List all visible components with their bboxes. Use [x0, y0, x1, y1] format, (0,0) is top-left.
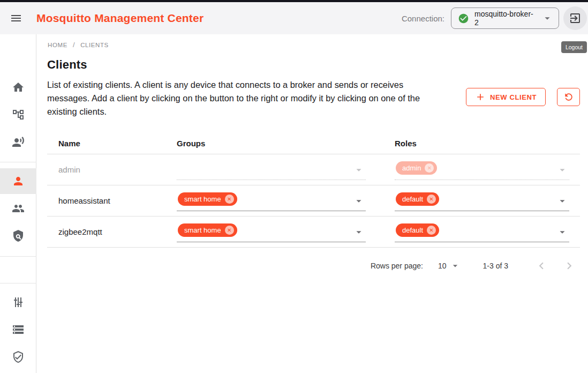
table-pagination: Rows per page: 10 1-3 of 3: [47, 248, 580, 284]
client-row-zigbee2mqtt[interactable]: zigbee2mqttsmart home✕default✕: [47, 217, 580, 248]
connection-label: Connection:: [402, 14, 444, 23]
chevron-left-icon: [534, 259, 548, 273]
remove-chip-icon[interactable]: ✕: [427, 195, 436, 204]
client-groups-cell: smart home✕: [177, 191, 395, 211]
roles-select[interactable]: default✕: [395, 222, 569, 242]
new-client-button[interactable]: NEW CLIENT: [466, 88, 546, 106]
sidebar-item-policy-shield[interactable]: [0, 223, 36, 249]
tag-chip[interactable]: default✕: [396, 223, 439, 237]
sidebar-divider: [0, 162, 36, 162]
refresh-button[interactable]: [557, 88, 580, 106]
policy-shield-icon: [12, 229, 25, 242]
storage-list-icon: [12, 323, 25, 336]
previous-page-button[interactable]: [531, 255, 552, 277]
sidebar-item-person[interactable]: [0, 168, 36, 194]
breadcrumb-separator: /: [73, 41, 75, 49]
pagination-range: 1-3 of 3: [483, 262, 508, 270]
rows-per-page-select[interactable]: 10: [438, 260, 461, 271]
sidebar-item-record-voice-over[interactable]: [0, 129, 36, 155]
client-groups-cell: [177, 160, 395, 180]
topology-icon: [12, 108, 25, 121]
client-roles-cell: default✕: [395, 222, 580, 242]
app-bar: Mosquitto Management Center Connection: …: [0, 2, 588, 34]
sliders-icon: [12, 296, 25, 309]
tag-chip[interactable]: smart home✕: [178, 223, 237, 237]
remove-chip-icon[interactable]: ✕: [225, 226, 234, 235]
breadcrumb: HOME / CLIENTS: [48, 41, 580, 49]
person-icon: [12, 175, 25, 188]
roles-select[interactable]: default✕: [395, 191, 569, 211]
next-page-button[interactable]: [559, 255, 580, 277]
home-icon: [12, 81, 25, 94]
rows-per-page-label: Rows per page:: [371, 262, 423, 270]
sidebar-divider: [0, 256, 36, 257]
client-name: homeassistant: [47, 196, 177, 205]
main-content: HOME / CLIENTS Clients List of existing …: [36, 34, 588, 373]
groups-select[interactable]: smart home✕: [177, 222, 366, 242]
chevron-down-icon: [353, 195, 365, 207]
tag-chip[interactable]: default✕: [396, 192, 439, 206]
client-row-admin[interactable]: adminadmin✕: [47, 154, 580, 185]
client-groups-cell: smart home✕: [177, 222, 395, 242]
plus-icon: [475, 92, 486, 102]
client-name: admin: [47, 165, 177, 174]
breadcrumb-clients: CLIENTS: [80, 42, 109, 48]
chip-label: default: [402, 226, 423, 234]
client-roles-cell: admin✕: [395, 160, 580, 180]
sidebar-item-verified-shield[interactable]: [0, 344, 36, 370]
page-title: Clients: [47, 58, 580, 72]
check-circle-icon: [458, 13, 469, 24]
record-voice-over-icon: [12, 136, 25, 148]
sidebar-item-storage-list[interactable]: [0, 317, 36, 342]
client-roles-cell: default✕: [395, 191, 580, 211]
tag-chip[interactable]: smart home✕: [178, 192, 237, 206]
remove-chip-icon[interactable]: ✕: [225, 195, 234, 204]
column-header-groups: Groups: [177, 139, 395, 148]
client-name: zigbee2mqtt: [47, 227, 177, 236]
intro-row: List of existing clients. A client is an…: [47, 78, 580, 118]
remove-chip-icon[interactable]: ✕: [425, 163, 434, 173]
chevron-down-icon: [353, 164, 365, 176]
chevron-down-icon: [556, 195, 568, 207]
new-client-label: NEW CLIENT: [490, 93, 537, 101]
verified-shield-icon: [12, 350, 25, 363]
app-title: Mosquitto Management Center: [36, 12, 203, 25]
sidebar-divider: [0, 283, 36, 284]
logout-icon: [569, 12, 582, 25]
remove-chip-icon[interactable]: ✕: [427, 226, 436, 235]
table-body: adminadmin✕homeassistantsmart home✕defau…: [47, 154, 580, 248]
roles-select[interactable]: admin✕: [395, 160, 569, 180]
chevron-right-icon: [562, 259, 576, 273]
tag-chip[interactable]: admin✕: [396, 161, 437, 175]
logout-button[interactable]: [563, 6, 587, 30]
chevron-down-icon: [353, 226, 365, 238]
refresh-icon: [563, 92, 574, 102]
table-header-row: Name Groups Roles: [47, 133, 580, 154]
chevron-down-icon: [556, 164, 568, 176]
chip-label: smart home: [184, 195, 221, 203]
groups-select[interactable]: smart home✕: [177, 191, 366, 211]
sidebar: [0, 34, 36, 373]
sidebar-item-home[interactable]: [0, 74, 36, 100]
sidebar-item-topology[interactable]: [0, 102, 36, 128]
clients-table: Name Groups Roles adminadmin✕homeassista…: [47, 133, 580, 248]
people-icon: [12, 202, 25, 215]
chevron-down-icon: [541, 12, 553, 24]
menu-toggle-button[interactable]: [3, 5, 29, 31]
groups-select[interactable]: [177, 160, 366, 180]
connection-select[interactable]: mosquitto-broker-2: [451, 8, 559, 29]
chevron-down-icon: [556, 226, 568, 238]
sidebar-item-people[interactable]: [0, 196, 36, 221]
chip-label: default: [402, 195, 423, 203]
rows-per-page-value: 10: [438, 262, 447, 270]
client-row-homeassistant[interactable]: homeassistantsmart home✕default✕: [47, 185, 580, 217]
chevron-down-icon: [450, 260, 461, 271]
column-header-name: Name: [47, 139, 177, 148]
sidebar-item-sliders[interactable]: [0, 289, 36, 315]
chip-label: smart home: [184, 226, 221, 234]
logout-tooltip: Logout: [561, 41, 587, 53]
chip-label: admin: [402, 164, 421, 172]
breadcrumb-home[interactable]: HOME: [48, 42, 67, 48]
hamburger-icon: [10, 12, 22, 25]
column-header-roles: Roles: [395, 139, 580, 148]
